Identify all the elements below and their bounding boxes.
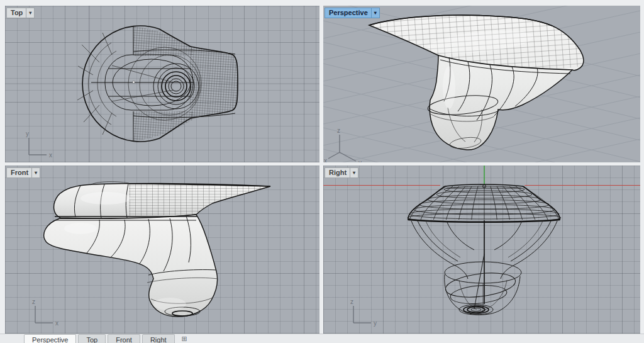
top-axis-h-label: x (49, 152, 52, 159)
viewport-title: Top (11, 8, 26, 18)
viewport-label-right[interactable]: Right ▾ (325, 167, 358, 178)
right-axis-h-label: y (374, 320, 377, 327)
top-axis-gnomon: y x (26, 130, 52, 159)
front-view-canvas: z x (5, 166, 319, 334)
chevron-down-icon[interactable]: ▾ (26, 8, 34, 18)
viewport-right[interactable]: z y Right ▾ (323, 166, 640, 334)
top-axis-v-label: y (26, 130, 29, 137)
viewport-tab-bar: Perspective Top Front Right ⊞ (0, 334, 644, 343)
front-axis-gnomon: z x (32, 298, 58, 327)
application-window: y x Top ▾ (0, 0, 644, 343)
tab-perspective[interactable]: Perspective (24, 334, 76, 343)
persp-axis-right-label: y (358, 159, 362, 162)
front-axis-v-label: z (32, 298, 35, 305)
front-axis-h-label: x (55, 320, 58, 327)
persp-axis-left-label: x (324, 157, 327, 162)
viewport-title: Perspective (329, 8, 371, 18)
tab-right[interactable]: Right (142, 334, 175, 343)
viewport-title: Front (11, 168, 31, 177)
viewport-label-front[interactable]: Front ▾ (6, 167, 40, 178)
front-view-model[interactable] (44, 182, 270, 317)
chevron-down-icon[interactable]: ▾ (372, 8, 379, 18)
viewport-title: Right (329, 168, 350, 177)
viewport-label-perspective[interactable]: Perspective ▾ (325, 8, 380, 18)
tab-front[interactable]: Front (108, 334, 140, 343)
persp-axis-up-label: z (337, 127, 340, 134)
right-axis-v-label: z (350, 298, 353, 305)
viewport-perspective[interactable]: z x y Perspective ▾ (323, 6, 640, 162)
right-view-canvas: z y (323, 166, 640, 334)
viewport-label-top[interactable]: Top ▾ (6, 8, 35, 18)
right-axis-gnomon: z y (350, 298, 377, 327)
tab-top[interactable]: Top (78, 334, 106, 343)
new-viewport-tab-icon[interactable]: ⊞ (177, 334, 192, 343)
viewport-front[interactable]: z x Front ▾ (5, 166, 319, 334)
viewport-top[interactable]: y x Top ▾ (5, 6, 319, 162)
perspective-view-canvas: z x y (323, 6, 640, 162)
top-view-canvas: y x (5, 6, 319, 162)
right-view-model[interactable] (408, 184, 561, 315)
chevron-down-icon[interactable]: ▾ (32, 168, 40, 177)
chevron-down-icon[interactable]: ▾ (350, 168, 358, 177)
